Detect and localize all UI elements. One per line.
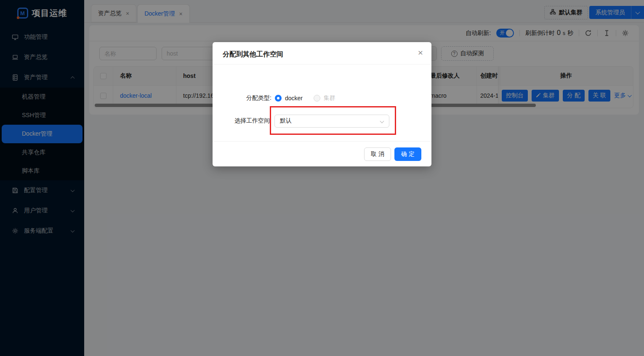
assign-type-label: 分配类型: bbox=[213, 94, 271, 102]
radio-docker-label[interactable]: docker bbox=[285, 95, 303, 102]
divider bbox=[213, 64, 431, 64]
chevron-down-icon bbox=[380, 119, 384, 123]
modal-title: 分配到其他工作空间 bbox=[223, 50, 283, 59]
radio-docker[interactable] bbox=[275, 95, 282, 102]
radio-cluster-disabled[interactable] bbox=[314, 95, 320, 102]
workspace-select-value: 默认 bbox=[280, 117, 292, 125]
confirm-button[interactable]: 确 定 bbox=[394, 147, 421, 161]
radio-cluster-label: 集群 bbox=[324, 94, 335, 102]
close-icon[interactable]: × bbox=[418, 48, 423, 57]
assign-workspace-modal: 分配到其他工作空间 × 分配类型: docker 集群 选择工作空间: 默认 取… bbox=[213, 42, 431, 166]
workspace-row: 选择工作空间: 默认 bbox=[213, 114, 431, 128]
cancel-button[interactable]: 取 消 bbox=[364, 147, 391, 161]
assign-type-radio-group: docker 集群 bbox=[275, 94, 335, 102]
workspace-label: 选择工作空间: bbox=[213, 117, 271, 125]
modal-footer: 取 消 确 定 bbox=[213, 142, 431, 166]
assign-type-row: 分配类型: docker 集群 bbox=[213, 91, 431, 105]
workspace-select[interactable]: 默认 bbox=[274, 115, 389, 128]
